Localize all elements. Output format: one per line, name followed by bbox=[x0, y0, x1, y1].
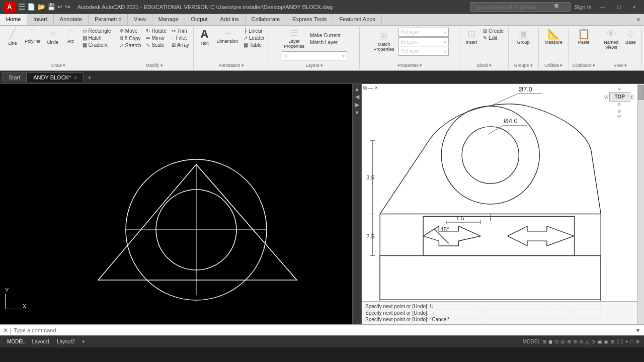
new-tab-button[interactable]: + bbox=[84, 72, 96, 83]
layout1-tab[interactable]: Layout1 bbox=[29, 338, 53, 345]
maximize-btn[interactable]: □ bbox=[613, 3, 625, 11]
close-btn[interactable]: × bbox=[629, 3, 640, 11]
dyn-icon[interactable]: △ bbox=[585, 339, 589, 344]
tab-home[interactable]: Home bbox=[0, 14, 27, 25]
restore-icon[interactable]: ⧉ bbox=[363, 85, 367, 91]
ortho-icon[interactable]: ⊡ bbox=[554, 339, 558, 344]
copy-button[interactable]: ⧉ 8 Copy bbox=[118, 35, 143, 42]
fillet-button[interactable]: ⌐ Fillet bbox=[170, 35, 191, 41]
cancel-icon[interactable]: ✕ bbox=[3, 327, 8, 334]
text-button[interactable]: A Text bbox=[196, 28, 212, 47]
scale-button[interactable]: ⤡ Scale bbox=[144, 42, 168, 48]
tab-output[interactable]: Output bbox=[185, 14, 214, 25]
lineweight-selector[interactable]: ByLayer ▾ bbox=[398, 47, 449, 56]
search-box[interactable]: 🔍 bbox=[470, 2, 571, 12]
stretch-button[interactable]: ⤢ Stretch bbox=[118, 42, 143, 49]
command-menu-icon[interactable]: ▼ bbox=[635, 327, 641, 334]
canvas-left[interactable]: Y X ▲ ◀ ▶ ▼ bbox=[0, 84, 362, 324]
base-button[interactable]: ⊹ Base bbox=[622, 28, 638, 46]
tab-featured[interactable]: Featured Apps bbox=[333, 14, 382, 25]
model-tab[interactable]: MODEL bbox=[4, 338, 28, 345]
sc-icon[interactable]: ⊞ bbox=[610, 339, 614, 344]
world-icon[interactable]: ⊕W bbox=[617, 109, 621, 119]
match-layer-btn[interactable]: Match Layer bbox=[308, 39, 342, 46]
tab-manage[interactable]: Manage bbox=[152, 14, 185, 25]
menu-icon[interactable]: ☰ bbox=[18, 2, 25, 12]
canvas-right[interactable]: Ø7.0 Ø4.0 3.5 2.5 45° 1.5 1.5 5.0 2.5 10… bbox=[362, 84, 644, 324]
leader-button[interactable]: ↗ Leader bbox=[242, 35, 266, 41]
move-button[interactable]: ✥ Move bbox=[118, 28, 143, 34]
hatch-button[interactable]: ▨ Hatch bbox=[81, 35, 113, 41]
right-scrollbar[interactable] bbox=[637, 84, 644, 324]
nav-icon-2[interactable]: ◀ bbox=[355, 94, 359, 100]
namedviews-button[interactable]: 👁 NamedViews bbox=[602, 28, 620, 51]
linear-button[interactable]: ├ Linear bbox=[242, 28, 266, 34]
tab-parametric[interactable]: Parametric bbox=[89, 14, 128, 25]
layer-selector[interactable]: 0 ▾ bbox=[282, 51, 347, 60]
create-button[interactable]: ⊞ Create bbox=[481, 28, 505, 34]
tab-andy-block[interactable]: ANDY BLOCK* × bbox=[27, 72, 84, 82]
tab-express[interactable]: Express Tools bbox=[286, 14, 333, 25]
command-input[interactable] bbox=[14, 327, 633, 333]
match-properties-button[interactable]: ⊞ MatchProperties bbox=[371, 31, 396, 53]
search-input[interactable] bbox=[473, 4, 554, 10]
make-current-btn[interactable]: Make Current bbox=[308, 32, 342, 39]
array-button[interactable]: ⊞ Array bbox=[170, 42, 191, 48]
tspace-icon[interactable]: ▣ bbox=[597, 339, 602, 344]
canvas-close-icon[interactable]: × bbox=[375, 85, 378, 91]
paste-button[interactable]: 📋 Paste bbox=[576, 28, 592, 46]
circle-button[interactable]: ○ Circle bbox=[45, 28, 61, 46]
trim-button[interactable]: ✂ Trim bbox=[170, 28, 191, 34]
ducs-icon[interactable]: ⊘ bbox=[579, 339, 583, 344]
tab-start[interactable]: Start bbox=[2, 72, 27, 82]
zoom-in-icon[interactable]: + bbox=[625, 339, 628, 344]
osnap-icon[interactable]: ⊕ bbox=[567, 339, 571, 344]
layout2-tab[interactable]: Layout2 bbox=[54, 338, 78, 345]
insert-button[interactable]: ⊡ Insert bbox=[463, 28, 479, 46]
new-layout-btn[interactable]: + bbox=[79, 338, 88, 345]
undo-icon[interactable]: ↩ bbox=[57, 3, 63, 11]
open-icon[interactable]: 📂 bbox=[37, 3, 45, 11]
mirror-button[interactable]: ⇔ Mirror bbox=[144, 35, 168, 41]
rotate-button[interactable]: ↻ Rotate bbox=[144, 28, 168, 34]
qp-icon[interactable]: ◉ bbox=[604, 339, 608, 344]
measure-button[interactable]: 📐 Measure bbox=[543, 28, 565, 46]
tab-insert[interactable]: Insert bbox=[27, 14, 54, 25]
settings-icon[interactable]: ⚙ bbox=[635, 339, 640, 344]
edit-button[interactable]: ✎ Edit bbox=[481, 35, 505, 41]
dimension-button[interactable]: ↔ Dimension bbox=[214, 28, 240, 45]
minimize-btn[interactable]: — bbox=[596, 3, 609, 11]
polar-icon[interactable]: ◎ bbox=[560, 339, 565, 344]
view-cube-top[interactable]: TOP bbox=[609, 92, 630, 102]
arc-button[interactable]: ◠ Arc bbox=[63, 28, 79, 45]
redo-icon[interactable]: ↪ bbox=[65, 3, 70, 11]
otrack-icon[interactable]: ⊗ bbox=[573, 339, 577, 344]
line-button[interactable]: ╱ Line bbox=[5, 28, 21, 47]
group-button[interactable]: ▣ Group bbox=[515, 28, 532, 46]
tab-addins[interactable]: Add-ins bbox=[214, 14, 246, 25]
more-tabs[interactable]: ≡ bbox=[633, 14, 644, 25]
tab-collaborate[interactable]: Collaborate bbox=[246, 14, 286, 25]
signin-btn[interactable]: Sign In bbox=[575, 4, 592, 10]
tab-annotate[interactable]: Annotate bbox=[54, 14, 89, 25]
linetype-selector[interactable]: ByLayer ▾ bbox=[398, 37, 449, 46]
tab-view[interactable]: View bbox=[128, 14, 152, 25]
table-button[interactable]: ▦ Table bbox=[242, 42, 266, 48]
canvas-min-icon[interactable]: — bbox=[368, 85, 373, 91]
gradient-button[interactable]: ▦ Gradient bbox=[81, 42, 113, 48]
zoom-out-icon[interactable]: □ bbox=[630, 339, 633, 344]
snap-icon[interactable]: ◼ bbox=[548, 339, 552, 344]
new-icon[interactable]: 📄 bbox=[27, 3, 35, 11]
save-icon[interactable]: 💾 bbox=[47, 3, 55, 11]
nav-icon-4[interactable]: ▼ bbox=[354, 110, 360, 116]
scrollbar-thumb[interactable] bbox=[638, 85, 644, 100]
grid-icon[interactable]: ⊞ bbox=[542, 339, 546, 344]
color-selector[interactable]: ByLayer ▾ bbox=[398, 28, 449, 37]
polyline-button[interactable]: ⌒ Polyline bbox=[23, 28, 43, 45]
lineweight-icon[interactable]: ⊙ bbox=[591, 339, 595, 344]
nav-icon-1[interactable]: ▲ bbox=[354, 86, 360, 92]
rectangle-button[interactable]: ▭ Rectangle bbox=[81, 28, 113, 34]
layer-properties-button[interactable]: ☰ LayerProperties bbox=[282, 28, 306, 50]
tab-andy-block-close[interactable]: × bbox=[74, 75, 77, 80]
nav-icon-3[interactable]: ▶ bbox=[355, 102, 359, 108]
